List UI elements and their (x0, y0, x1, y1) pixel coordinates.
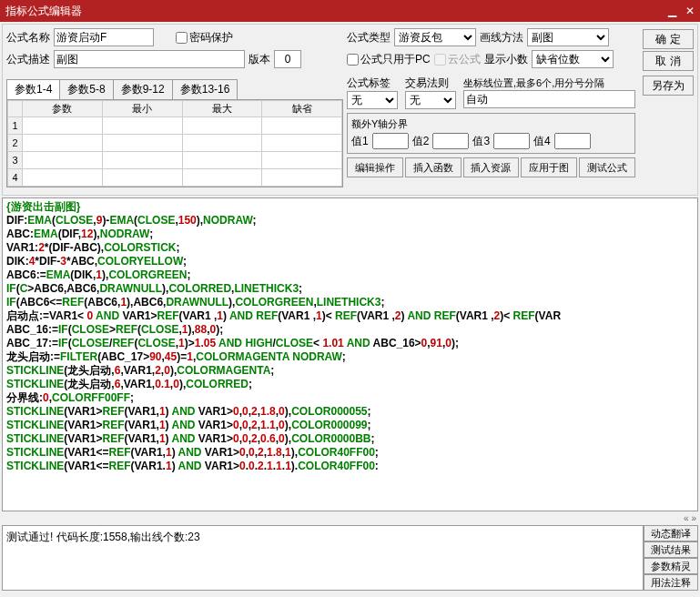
p4-min[interactable] (104, 170, 181, 185)
p1-name[interactable] (24, 118, 101, 133)
p4-max[interactable] (184, 170, 261, 185)
save-as-button[interactable]: 另存为 (643, 76, 694, 96)
edit-op-button[interactable]: 编辑操作 (347, 157, 403, 177)
param-grid: 参数最小最大缺省 1 2 3 4 (6, 99, 343, 187)
insert-fn-button[interactable]: 插入函数 (405, 157, 462, 177)
p2-def[interactable] (263, 136, 340, 150)
dyn-trans-button[interactable]: 动态翻译 (644, 525, 698, 541)
p2-name[interactable] (24, 136, 101, 150)
col-max: 最大 (182, 101, 262, 117)
pconly-label: 公式只用于PC (360, 52, 431, 67)
close-icon[interactable]: ✕ (685, 5, 695, 17)
scroll-indicator: « » (4, 513, 696, 523)
pconly-checkbox[interactable] (347, 54, 359, 66)
v4-input[interactable] (554, 133, 591, 149)
test-result-button[interactable]: 测试结果 (644, 541, 698, 558)
name-label: 公式名称 (6, 30, 50, 46)
test-formula-button[interactable]: 测试公式 (579, 157, 635, 177)
window-title: 指标公式编辑器 (5, 4, 82, 19)
code-editor[interactable]: {游资出击副图}DIF:EMA(CLOSE,9)-EMA(CLOSE,150),… (2, 197, 698, 511)
cloud-label: 云公式 (448, 52, 481, 67)
tab-param-1-4[interactable]: 参数1-4 (6, 79, 60, 99)
version-input[interactable] (274, 50, 301, 68)
tab-param-5-8[interactable]: 参数5-8 (59, 79, 113, 99)
p1-max[interactable] (184, 118, 261, 133)
param-tabs: 参数1-4 参数5-8 参数9-12 参数13-16 (6, 79, 343, 99)
ok-button[interactable]: 确 定 (643, 29, 694, 49)
v2-input[interactable] (432, 133, 469, 149)
p2-max[interactable] (184, 136, 261, 150)
p3-max[interactable] (184, 153, 261, 167)
p3-name[interactable] (24, 153, 101, 167)
minimize-icon[interactable]: ▁ (668, 5, 676, 17)
apply-chart-button[interactable]: 应用于图 (521, 157, 577, 177)
col-param: 参数 (23, 101, 103, 117)
decimal-label: 显示小数 (484, 52, 528, 67)
tag-label: 公式标签 (347, 76, 401, 91)
p3-def[interactable] (263, 153, 340, 167)
draw-label: 画线方法 (480, 30, 523, 46)
message-box: 测试通过! 代码长度:1558,输出线个数:23 (2, 525, 644, 591)
p4-def[interactable] (263, 170, 340, 185)
titlebar: 指标公式编辑器 ▁ ✕ (0, 0, 700, 22)
cancel-button[interactable]: 取 消 (643, 51, 694, 71)
p2-min[interactable] (104, 136, 181, 150)
usage-note-button[interactable]: 用法注释 (644, 574, 698, 591)
extra-y-fieldset: 额外Y轴分界 值1 值2 值3 值4 (347, 113, 635, 154)
top-toolbar: 公式名称 密码保护 公式描述 版本 公式类型 游资反包 画线方法 副图 (2, 24, 698, 196)
password-checkbox[interactable] (176, 32, 188, 44)
v4-label: 值4 (533, 134, 551, 149)
col-min: 最小 (102, 101, 182, 117)
v3-label: 值3 (472, 134, 490, 149)
decimal-select[interactable]: 缺省位数 (532, 50, 614, 68)
cloud-checkbox (434, 54, 446, 66)
p4-name[interactable] (24, 170, 101, 185)
v1-label: 值1 (351, 134, 369, 149)
v3-input[interactable] (493, 133, 530, 149)
type-label: 公式类型 (347, 30, 391, 46)
insert-res-button[interactable]: 插入资源 (463, 157, 520, 177)
draw-select[interactable]: 副图 (527, 28, 609, 46)
tab-param-13-16[interactable]: 参数13-16 (172, 79, 238, 99)
desc-label: 公式描述 (6, 52, 50, 67)
axis-input[interactable] (463, 90, 635, 108)
name-input[interactable] (54, 28, 154, 46)
tab-param-9-12[interactable]: 参数9-12 (113, 79, 173, 99)
v1-input[interactable] (372, 133, 409, 149)
password-label: 密码保护 (189, 30, 233, 46)
p1-def[interactable] (263, 118, 340, 133)
trade-select[interactable]: 无 (405, 91, 456, 109)
p1-min[interactable] (104, 118, 181, 133)
p3-min[interactable] (104, 153, 181, 167)
trade-label: 交易法则 (405, 76, 460, 91)
extra-y-label: 额外Y轴分界 (351, 117, 631, 131)
type-select[interactable]: 游资反包 (394, 28, 476, 46)
tag-select[interactable]: 无 (347, 91, 398, 109)
axis-label: 坐标线位置,最多6个,用分号分隔 (463, 76, 635, 90)
v2-label: 值2 (412, 134, 430, 149)
desc-input[interactable] (54, 50, 245, 68)
param-wizard-button[interactable]: 参数精灵 (644, 558, 698, 574)
version-label: 版本 (249, 52, 270, 67)
col-default: 缺省 (262, 101, 342, 117)
